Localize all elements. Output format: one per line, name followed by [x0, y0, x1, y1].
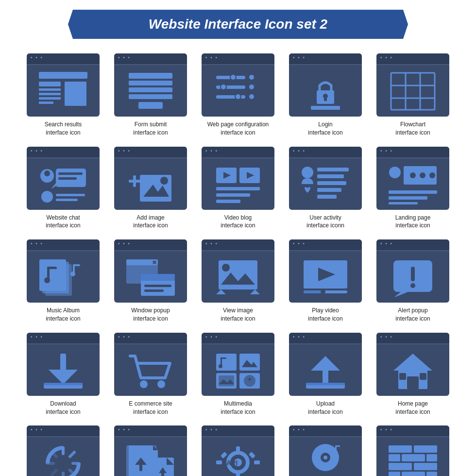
svg-rect-93	[411, 267, 415, 281]
icon-cell-music-player: Music playerinterface icon	[284, 425, 367, 476]
svg-rect-79	[141, 274, 175, 281]
svg-rect-11	[138, 102, 163, 109]
icon-cell-search-results: Search resultsinterface icon	[22, 53, 104, 137]
svg-rect-145	[236, 473, 240, 476]
svg-rect-137	[139, 464, 142, 471]
svg-point-84	[222, 264, 230, 272]
icon-cell-video-blog: Video bloginterface icon	[197, 147, 279, 230]
icon-cell-file-submit: File submitinterface icon	[109, 425, 192, 476]
svg-point-18	[249, 75, 254, 80]
icon-box-alert-popup	[376, 239, 449, 303]
icon-label-website-chat: Website chatinterface icon	[46, 214, 80, 230]
svg-rect-67	[39, 259, 66, 291]
icon-cell-form-submit: Form submitinterface icon	[109, 53, 192, 137]
svg-rect-2	[39, 88, 61, 91]
icon-cell-music-album: Music Albuminterface icon	[22, 239, 104, 323]
svg-rect-168	[402, 454, 425, 461]
svg-rect-147	[254, 460, 260, 464]
svg-marker-86	[250, 289, 260, 294]
svg-rect-80	[144, 285, 171, 287]
svg-rect-75	[126, 259, 158, 265]
svg-rect-10	[129, 94, 172, 99]
svg-point-101	[157, 380, 165, 388]
icon-label-form-submit: Form submitinterface icon	[133, 120, 168, 137]
svg-point-70	[44, 277, 50, 283]
svg-rect-141	[161, 472, 164, 476]
svg-point-154	[323, 456, 327, 459]
icon-box-play-video	[289, 239, 362, 303]
icon-cell-user-activity: User activityinterface iconn	[284, 147, 367, 230]
svg-marker-119	[393, 354, 432, 371]
svg-rect-169	[426, 454, 437, 461]
svg-point-60	[420, 172, 425, 178]
icon-cell-play-video: Play videointerface icon	[284, 239, 367, 323]
icon-label-play-video: Play videointerface icon	[308, 306, 342, 323]
svg-marker-85	[216, 289, 226, 294]
svg-rect-0	[39, 72, 87, 79]
svg-rect-121	[407, 376, 419, 389]
icon-label-user-activity: User activityinterface iconn	[306, 214, 344, 230]
svg-rect-25	[391, 73, 435, 110]
icon-cell-ecommerce: E commerce siteinterface icon	[109, 333, 192, 416]
svg-point-57	[389, 167, 401, 178]
icon-label-upload: Uploadinterface icon	[308, 400, 342, 416]
svg-rect-122	[399, 373, 406, 380]
svg-point-61	[429, 172, 435, 178]
svg-rect-63	[389, 196, 427, 200]
icon-label-login: Logininterface icon	[308, 120, 342, 137]
svg-rect-4	[39, 97, 61, 100]
svg-marker-95	[393, 292, 408, 297]
icon-box-landing-page	[376, 147, 449, 210]
svg-rect-109	[219, 375, 234, 386]
icon-label-music-album: Music Albuminterface icon	[46, 306, 80, 323]
svg-point-17	[235, 94, 241, 100]
svg-line-131	[52, 452, 56, 457]
banner: Website Interface Icon set 2	[68, 10, 408, 39]
icon-box-home-page	[376, 333, 449, 396]
icon-cell-download: Downloadinterface icon	[22, 333, 104, 416]
svg-text:API: API	[226, 459, 238, 467]
svg-rect-149	[249, 452, 255, 459]
svg-point-31	[44, 170, 50, 176]
svg-rect-173	[402, 472, 425, 476]
svg-rect-5	[39, 102, 53, 104]
icon-cell-web-config: Web page configurationinterface icon	[197, 53, 279, 137]
svg-rect-114	[249, 377, 250, 381]
icon-box-download	[27, 333, 100, 396]
icon-cell-add-image: Add imageinterface icon	[109, 147, 192, 230]
icon-grid: Search resultsinterface icon Form submit…	[22, 53, 454, 476]
svg-rect-53	[317, 174, 344, 178]
svg-point-13	[230, 74, 236, 80]
icon-label-ecommerce: E commerce siteinterface icon	[129, 400, 172, 416]
svg-rect-54	[317, 181, 346, 185]
svg-rect-24	[311, 106, 340, 110]
svg-rect-33	[58, 172, 83, 175]
svg-rect-43	[133, 175, 136, 187]
icon-cell-view-image: View imageinterface icon	[197, 239, 279, 323]
svg-rect-64	[389, 202, 418, 204]
svg-line-130	[70, 470, 74, 475]
svg-rect-48	[216, 187, 260, 190]
icon-label-view-image: View imageinterface icon	[221, 306, 255, 323]
svg-rect-90	[304, 290, 323, 293]
svg-rect-23	[324, 97, 327, 101]
icon-label-landing-page: Landing pageinterface icon	[395, 214, 431, 230]
icon-label-video-blog: Video bloginterface icon	[221, 214, 255, 230]
svg-rect-69	[47, 267, 57, 269]
svg-rect-118	[306, 383, 345, 385]
icon-label-multimedia: Multimediainterface icon	[221, 400, 255, 416]
svg-rect-104	[221, 357, 226, 359]
svg-rect-3	[39, 93, 61, 95]
svg-rect-52	[317, 168, 349, 171]
svg-marker-97	[49, 370, 78, 384]
icon-box-api: API	[202, 425, 274, 476]
svg-rect-50	[216, 200, 240, 203]
svg-rect-144	[236, 446, 240, 452]
svg-rect-55	[317, 188, 341, 192]
svg-point-91	[321, 289, 325, 294]
icon-cell-window-popup: Window popupinterface icon	[109, 239, 192, 323]
icon-box-flowchart	[376, 53, 449, 117]
svg-rect-174	[426, 472, 437, 476]
svg-rect-9	[129, 87, 172, 92]
svg-point-20	[249, 94, 254, 99]
